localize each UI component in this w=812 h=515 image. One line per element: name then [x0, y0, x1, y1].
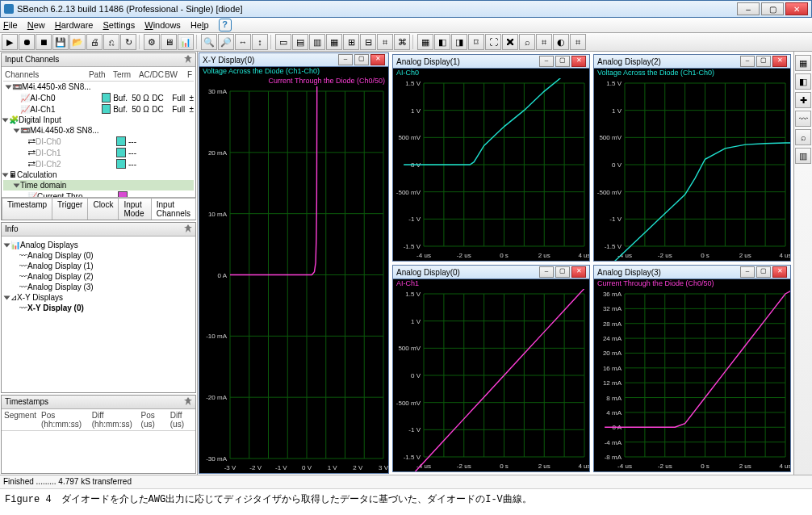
analog-display-3-plot[interactable]: 36 mA32 mA28 mA24 mA20 mA16 mA12 mA8 mA4… [594, 289, 790, 471]
analog-display-1-plot[interactable]: 1.5 V1 V500 mV0 V-500 mV-1 V-1.5 V-4 us-… [393, 78, 589, 261]
subwin-minimize-button[interactable]: – [539, 266, 554, 278]
window-minimize-button[interactable]: – [737, 2, 760, 15]
subwin-minimize-button[interactable]: – [338, 54, 353, 65]
toolbar-button-11-icon[interactable]: 📊 [178, 34, 194, 50]
toolbar-button-33-icon[interactable]: ⌕ [519, 34, 535, 50]
toolbar-button-6-icon[interactable]: ⎌ [103, 34, 119, 50]
toolbar-button-35-icon[interactable]: ◐ [553, 34, 569, 50]
tab-timestamp[interactable]: Timestamp [2, 198, 52, 220]
toolbar-button-29-icon[interactable]: ◨ [451, 34, 467, 50]
subwin-close-button[interactable]: ✕ [571, 56, 586, 67]
info-analog-displays[interactable]: 📊 Analog Displays [5, 240, 192, 250]
analog-display-0-plot[interactable]: 1.5 V1 V500 mV0 V-500 mV-1 V-1.5 V-4 us-… [393, 289, 589, 471]
subwin-close-button[interactable]: ✕ [571, 266, 586, 278]
info-xy-displays[interactable]: ⊿ X-Y Displays [5, 292, 192, 303]
menu-help[interactable]: Help [190, 20, 209, 30]
toolbar-button-0-icon[interactable]: ▶ [2, 34, 18, 50]
subwin-maximize-button[interactable]: ▢ [756, 266, 771, 278]
toolbar-button-19-icon[interactable]: ▤ [292, 34, 308, 50]
toolbar-button-16-icon[interactable]: ↕ [252, 34, 268, 50]
toolbar-button-21-icon[interactable]: ▦ [326, 34, 342, 50]
tree-di-ch2[interactable]: ⮂ DI-Ch2--- [3, 158, 194, 170]
toolbar-button-3-icon[interactable]: 💾 [52, 34, 69, 50]
tree-di-ch0[interactable]: ⮂ DI-Ch0--- [3, 136, 194, 147]
tree-di-ch1[interactable]: ⮂ DI-Ch1--- [3, 147, 194, 158]
toolbar-button-14-icon[interactable]: 🔎 [218, 34, 234, 50]
toolbar-button-7-icon[interactable]: ↻ [120, 34, 136, 50]
toolbar-button-18-icon[interactable]: ▭ [275, 34, 291, 50]
subwin-close-button[interactable]: ✕ [772, 56, 787, 67]
toolbar-button-36-icon[interactable]: ⌗ [570, 34, 586, 50]
analog-display-3-window[interactable]: Analog Display(3)–▢✕ Current Through the… [593, 265, 791, 472]
info-analog-display-1[interactable]: 〰 Analog Display (1) [5, 261, 192, 271]
side-tool-2-icon[interactable]: ◧ [795, 73, 811, 90]
tree-card-digital[interactable]: 📼 M4i.4450-x8 SN8... [3, 125, 194, 136]
toolbar-button-4-icon[interactable]: 📂 [69, 34, 86, 50]
side-tool-5-icon[interactable]: ⌕ [795, 129, 811, 145]
toolbar-button-2-icon[interactable]: ⏹ [36, 34, 52, 50]
toolbar-button-10-icon[interactable]: 🖥 [161, 34, 177, 50]
subwin-close-button[interactable]: ✕ [370, 54, 385, 65]
input-channels-tree[interactable]: Channels Path Term AC/DC BW F 📼 M4i.4450… [2, 67, 195, 197]
toolbar-button-20-icon[interactable]: ▥ [309, 34, 325, 50]
subwin-maximize-button[interactable]: ▢ [555, 266, 570, 278]
tab-trigger[interactable]: Trigger [52, 198, 88, 220]
subwin-maximize-button[interactable]: ▢ [555, 56, 570, 67]
toolbar-button-27-icon[interactable]: ▦ [417, 34, 433, 50]
toolbar-button-28-icon[interactable]: ◧ [434, 34, 450, 50]
window-maximize-button[interactable]: ▢ [761, 2, 784, 15]
tab-clock[interactable]: Clock [87, 198, 119, 220]
subwin-maximize-button[interactable]: ▢ [354, 54, 369, 65]
info-tree[interactable]: 📊 Analog Displays 〰 Analog Display (0) 〰… [2, 237, 195, 392]
analog-display-0-window[interactable]: Analog Display(0)–▢✕ AI-Ch1 1.5 V1 V500 … [392, 265, 590, 472]
window-close-button[interactable]: ✕ [785, 2, 808, 15]
toolbar-button-31-icon[interactable]: ⛶ [485, 34, 501, 50]
info-xy-display-0[interactable]: 〰 X-Y Display (0) [5, 303, 192, 313]
side-tool-1-icon[interactable]: ▦ [795, 55, 811, 71]
analog-display-2-window[interactable]: Analog Display(2)–▢✕ Voltage Across the … [593, 54, 791, 262]
tree-ai-ch1[interactable]: 📈 AI-Ch1Buf.50 ΩDCFull± [3, 103, 194, 115]
menu-hardware[interactable]: Hardware [55, 20, 94, 30]
subwin-minimize-button[interactable]: – [740, 56, 755, 67]
toolbar-button-34-icon[interactable]: ⌗ [536, 34, 552, 50]
toolbar-button-5-icon[interactable]: 🖨 [86, 34, 103, 50]
toolbar-button-13-icon[interactable]: 🔍 [201, 34, 217, 50]
analog-display-1-window[interactable]: Analog Display(1)–▢✕ AI-Ch0 1.5 V1 V500 … [392, 54, 590, 262]
pin-icon[interactable] [184, 224, 192, 232]
toolbar-button-30-icon[interactable]: ⌑ [468, 34, 484, 50]
tree-card-analog[interactable]: 📼 M4i.4450-x8 SN8... [3, 82, 194, 92]
help-icon[interactable]: ? [219, 19, 232, 31]
info-analog-display-0[interactable]: 〰 Analog Display (0) [5, 250, 192, 261]
tab-input-channels[interactable]: Input Channels [151, 198, 196, 220]
info-analog-display-2[interactable]: 〰 Analog Display (2) [5, 271, 192, 282]
toolbar-button-24-icon[interactable]: ⌗ [377, 34, 393, 50]
side-tool-4-icon[interactable]: 〰 [795, 111, 811, 127]
toolbar-button-22-icon[interactable]: ⊞ [343, 34, 359, 50]
toolbar-button-9-icon[interactable]: ⚙ [144, 34, 160, 50]
menu-settings[interactable]: Settings [103, 20, 135, 30]
subwin-close-button[interactable]: ✕ [772, 266, 787, 278]
tab-input-mode[interactable]: Input Mode [118, 198, 151, 220]
menu-windows[interactable]: Windows [144, 20, 181, 30]
xy-plot[interactable]: 30 mA20 mA10 mA0 A-10 mA-20 mA-30 mA-3 V… [199, 86, 388, 473]
toolbar-button-25-icon[interactable]: ⌘ [394, 34, 410, 50]
tree-calc-header[interactable]: 🖩 Calculation [3, 170, 194, 180]
side-tool-3-icon[interactable]: ✚ [795, 92, 811, 108]
analog-display-2-plot[interactable]: 1.5 V1 V500 mV0 V-500 mV-1 V-1.5 V-4 us-… [594, 78, 790, 261]
tree-current-through[interactable]: 📈 Current Thro... [3, 191, 194, 197]
toolbar-button-1-icon[interactable]: ⏺ [19, 34, 35, 50]
toolbar-button-32-icon[interactable]: 🗙 [502, 34, 518, 50]
tree-digital-header[interactable]: 🧩 Digital Input [3, 115, 194, 125]
side-tool-6-icon[interactable]: ▥ [795, 148, 811, 164]
toolbar-button-23-icon[interactable]: ⊟ [360, 34, 376, 50]
subwin-maximize-button[interactable]: ▢ [756, 56, 771, 67]
pin-icon[interactable] [184, 55, 192, 63]
subwin-minimize-button[interactable]: – [740, 266, 755, 278]
tree-time-domain[interactable]: Time domain [3, 180, 194, 191]
subwin-minimize-button[interactable]: – [539, 56, 554, 67]
toolbar-button-15-icon[interactable]: ↔ [235, 34, 251, 50]
menu-file[interactable]: FFileile [3, 20, 18, 30]
info-analog-display-3[interactable]: 〰 Analog Display (3) [5, 282, 192, 292]
pin-icon[interactable] [184, 397, 192, 405]
xy-display-window[interactable]: X-Y Display(0) – ▢ ✕ Voltage Across the … [199, 52, 389, 474]
